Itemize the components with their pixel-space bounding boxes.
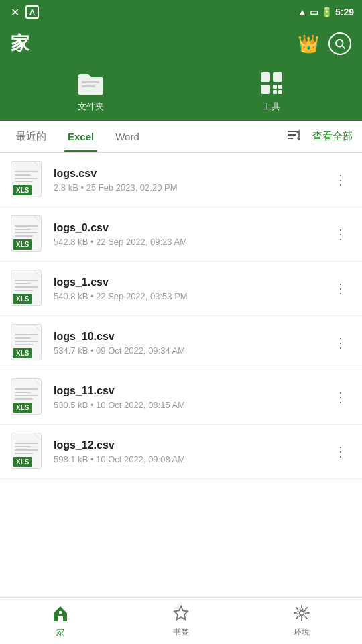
wifi-icon: ▲	[298, 7, 307, 17]
quick-action-folder[interactable]: 文件夹	[64, 68, 117, 113]
xls-badge: XLS	[13, 239, 32, 250]
nav-item-home[interactable]: 家	[0, 604, 121, 639]
xls-badge: XLS	[13, 457, 32, 467]
svg-rect-10	[273, 90, 277, 94]
tabs-bar: 最近的 Excel Word 查看全部	[0, 121, 362, 153]
file-item-f2[interactable]: XLS logs_0.csv 542.8 kB • 22 Sep 2022, 0…	[0, 207, 362, 262]
tab-recent[interactable]: 最近的	[5, 121, 57, 152]
file-name: logs_0.csv	[54, 222, 330, 234]
file-meta: 534.7 kB • 09 Oct 2022, 09:34 AM	[54, 345, 330, 356]
file-meta: 530.5 kB • 10 Oct 2022, 08:15 AM	[54, 400, 330, 410]
file-icon: XLS	[11, 161, 46, 199]
file-info: logs_11.csv 530.5 kB • 10 Oct 2022, 08:1…	[54, 385, 330, 410]
svg-rect-9	[278, 85, 282, 89]
status-left-icons: ✕ A	[8, 5, 39, 19]
xls-badge: XLS	[13, 185, 32, 195]
file-info: logs.csv 2.8 kB • 25 Feb 2023, 02:20 PM	[54, 168, 330, 193]
svg-point-17	[300, 610, 304, 615]
file-icon: XLS	[11, 433, 46, 470]
file-more-button[interactable]: ⋮	[330, 223, 351, 245]
settings-nav-label: 环境	[294, 627, 310, 638]
svg-rect-15	[59, 611, 62, 614]
file-meta: 598.1 kB • 10 Oct 2022, 09:08 AM	[54, 454, 330, 464]
file-meta: 2.8 kB • 25 Feb 2023, 02:20 PM	[54, 182, 330, 193]
file-name: logs_10.csv	[54, 331, 330, 343]
folder-label: 文件夹	[78, 101, 104, 113]
folder-icon	[76, 68, 105, 98]
file-item-f6[interactable]: XLS logs_12.csv 598.1 kB • 10 Oct 2022, …	[0, 425, 362, 479]
sort-button[interactable]	[282, 122, 304, 151]
file-item-f1[interactable]: XLS logs.csv 2.8 kB • 25 Feb 2023, 02:20…	[0, 153, 362, 207]
header-actions: 👑	[298, 32, 351, 55]
a-icon: A	[25, 5, 39, 19]
svg-rect-6	[273, 72, 282, 82]
xls-badge: XLS	[13, 294, 32, 304]
crown-icon[interactable]: 👑	[298, 34, 319, 54]
file-item-f4[interactable]: XLS logs_10.csv 534.7 kB • 09 Oct 2022, …	[0, 316, 362, 370]
file-name: logs_1.csv	[54, 276, 330, 288]
svg-rect-4	[82, 85, 95, 87]
file-info: logs_12.csv 598.1 kB • 10 Oct 2022, 09:0…	[54, 439, 330, 464]
status-right-icons: ▲ ▭ 🔋 5:29	[298, 7, 354, 17]
svg-rect-5	[261, 72, 270, 82]
file-more-button[interactable]: ⋮	[330, 278, 351, 299]
gear-icon	[293, 604, 310, 625]
tab-word[interactable]: Word	[105, 121, 150, 152]
file-item-f5[interactable]: XLS logs_11.csv 530.5 kB • 10 Oct 2022, …	[0, 370, 362, 425]
file-icon: XLS	[11, 270, 46, 307]
nav-item-settings[interactable]: 环境	[241, 604, 362, 638]
tab-excel[interactable]: Excel	[57, 121, 105, 152]
svg-rect-8	[273, 85, 277, 89]
signal-icon: ▭	[310, 7, 318, 17]
status-bar: ✕ A ▲ ▭ 🔋 5:29	[0, 0, 362, 24]
file-info: logs_10.csv 534.7 kB • 09 Oct 2022, 09:3…	[54, 331, 330, 356]
bookmarks-nav-label: 书签	[173, 627, 189, 638]
home-icon	[51, 604, 70, 625]
tools-label: 工具	[263, 101, 280, 113]
tabs-right: 查看全部	[282, 122, 357, 151]
file-more-button[interactable]: ⋮	[330, 441, 351, 462]
file-meta: 540.8 kB • 22 Sep 2022, 03:53 PM	[54, 291, 330, 301]
svg-marker-16	[174, 606, 188, 620]
quick-action-tools[interactable]: 工具	[245, 68, 298, 113]
file-name: logs_11.csv	[54, 385, 330, 397]
status-time: 5:29	[335, 7, 354, 17]
svg-rect-3	[82, 81, 99, 83]
nav-item-bookmarks[interactable]: 书签	[121, 604, 241, 638]
xls-badge: XLS	[13, 402, 32, 413]
file-icon: XLS	[11, 324, 46, 362]
file-info: logs_0.csv 542.8 kB • 22 Sep 2022, 09:23…	[54, 222, 330, 247]
file-name: logs_12.csv	[54, 439, 330, 451]
file-icon: XLS	[11, 378, 46, 416]
file-more-button[interactable]: ⋮	[330, 169, 351, 191]
file-item-f3[interactable]: XLS logs_1.csv 540.8 kB • 22 Sep 2022, 0…	[0, 262, 362, 316]
file-more-button[interactable]: ⋮	[330, 332, 351, 354]
file-info: logs_1.csv 540.8 kB • 22 Sep 2022, 03:53…	[54, 276, 330, 301]
file-icon: XLS	[11, 215, 46, 253]
file-list: XLS logs.csv 2.8 kB • 25 Feb 2023, 02:20…	[0, 153, 362, 596]
home-nav-label: 家	[56, 627, 64, 639]
xls-badge: XLS	[13, 348, 32, 358]
bottom-nav: 家 书签 环境	[0, 597, 362, 644]
quick-actions: 文件夹 工具	[0, 66, 362, 121]
svg-point-0	[336, 40, 343, 47]
star-icon	[172, 604, 190, 625]
header: 家 👑	[0, 24, 362, 66]
file-name: logs.csv	[54, 168, 330, 180]
file-meta: 542.8 kB • 22 Sep 2022, 09:23 AM	[54, 237, 330, 247]
tools-icon	[257, 68, 286, 98]
search-button[interactable]	[328, 32, 351, 55]
file-more-button[interactable]: ⋮	[330, 386, 351, 408]
svg-line-1	[342, 46, 345, 48]
page-title: 家	[11, 31, 29, 56]
svg-rect-7	[261, 85, 270, 94]
battery-icon: 🔋	[321, 7, 333, 17]
svg-rect-11	[278, 90, 282, 94]
view-all-button[interactable]: 查看全部	[308, 125, 357, 148]
close-icon: ✕	[8, 5, 21, 19]
